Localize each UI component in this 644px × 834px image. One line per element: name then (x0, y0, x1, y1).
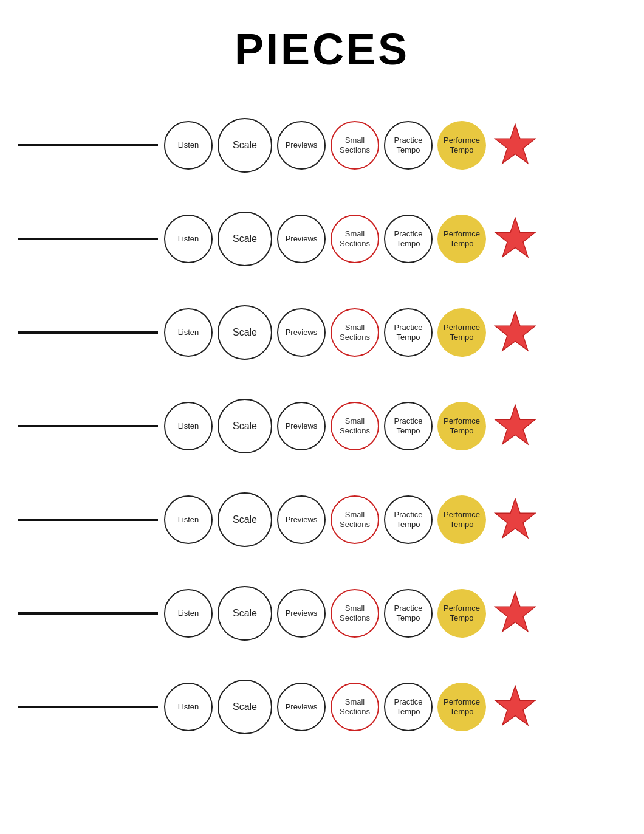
piece-rows-container: Listen Scale Previews SmallSections Prac… (0, 92, 644, 766)
svg-marker-4 (495, 498, 535, 537)
practice-tempo-button[interactable]: PracticeTempo (384, 683, 433, 731)
practice-tempo-button[interactable]: PracticeTempo (384, 308, 433, 357)
starburst-button[interactable] (491, 402, 540, 450)
previews-button[interactable]: Previews (277, 308, 326, 357)
performance-tempo-button[interactable]: PerformceTempo (437, 215, 486, 263)
listen-button[interactable]: Listen (164, 495, 213, 544)
piece-row: Listen Scale Previews SmallSections Prac… (12, 98, 632, 192)
small-sections-button[interactable]: SmallSections (331, 215, 379, 263)
small-sections-button[interactable]: SmallSections (331, 683, 379, 731)
svg-marker-2 (495, 311, 535, 350)
scale-button[interactable]: Scale (218, 492, 272, 547)
buttons-group: Listen Scale Previews SmallSections Prac… (164, 212, 626, 266)
practice-tempo-button[interactable]: PracticeTempo (384, 215, 433, 263)
svg-marker-5 (495, 592, 535, 631)
previews-button[interactable]: Previews (277, 495, 326, 544)
page-title: PIECES (0, 0, 644, 92)
performance-tempo-button[interactable]: PerformceTempo (437, 589, 486, 638)
scale-button[interactable]: Scale (218, 399, 272, 453)
scale-button[interactable]: Scale (218, 305, 272, 360)
scale-button[interactable]: Scale (218, 680, 272, 734)
svg-marker-6 (495, 686, 535, 725)
practice-tempo-button[interactable]: PracticeTempo (384, 402, 433, 450)
piece-line (18, 331, 158, 334)
buttons-group: Listen Scale Previews SmallSections Prac… (164, 118, 626, 173)
svg-marker-1 (495, 218, 535, 257)
small-sections-button[interactable]: SmallSections (331, 402, 379, 450)
scale-button[interactable]: Scale (218, 118, 272, 173)
listen-button[interactable]: Listen (164, 308, 213, 357)
scale-button[interactable]: Scale (218, 586, 272, 641)
buttons-group: Listen Scale Previews SmallSections Prac… (164, 305, 626, 360)
listen-button[interactable]: Listen (164, 589, 213, 638)
listen-button[interactable]: Listen (164, 121, 213, 170)
practice-tempo-button[interactable]: PracticeTempo (384, 589, 433, 638)
small-sections-button[interactable]: SmallSections (331, 121, 379, 170)
listen-button[interactable]: Listen (164, 402, 213, 450)
previews-button[interactable]: Previews (277, 683, 326, 731)
starburst-button[interactable] (491, 308, 540, 357)
piece-line (18, 612, 158, 615)
buttons-group: Listen Scale Previews SmallSections Prac… (164, 586, 626, 641)
piece-line (18, 144, 158, 146)
performance-tempo-button[interactable]: PerformceTempo (437, 121, 486, 170)
performance-tempo-button[interactable]: PerformceTempo (437, 683, 486, 731)
practice-tempo-button[interactable]: PracticeTempo (384, 495, 433, 544)
previews-button[interactable]: Previews (277, 215, 326, 263)
practice-tempo-button[interactable]: PracticeTempo (384, 121, 433, 170)
piece-line (18, 519, 158, 521)
buttons-group: Listen Scale Previews SmallSections Prac… (164, 680, 626, 734)
starburst-button[interactable] (491, 683, 540, 731)
starburst-button[interactable] (491, 495, 540, 544)
piece-row: Listen Scale Previews SmallSections Prac… (12, 567, 632, 660)
previews-button[interactable]: Previews (277, 121, 326, 170)
previews-button[interactable]: Previews (277, 589, 326, 638)
small-sections-button[interactable]: SmallSections (331, 308, 379, 357)
svg-marker-3 (495, 405, 535, 444)
piece-row: Listen Scale Previews SmallSections Prac… (12, 473, 632, 567)
small-sections-button[interactable]: SmallSections (331, 589, 379, 638)
previews-button[interactable]: Previews (277, 402, 326, 450)
performance-tempo-button[interactable]: PerformceTempo (437, 495, 486, 544)
buttons-group: Listen Scale Previews SmallSections Prac… (164, 399, 626, 453)
piece-row: Listen Scale Previews SmallSections Prac… (12, 192, 632, 286)
piece-row: Listen Scale Previews SmallSections Prac… (12, 660, 632, 754)
performance-tempo-button[interactable]: PerformceTempo (437, 402, 486, 450)
piece-row: Listen Scale Previews SmallSections Prac… (12, 379, 632, 473)
listen-button[interactable]: Listen (164, 215, 213, 263)
starburst-button[interactable] (491, 215, 540, 263)
small-sections-button[interactable]: SmallSections (331, 495, 379, 544)
starburst-button[interactable] (491, 589, 540, 638)
performance-tempo-button[interactable]: PerformceTempo (437, 308, 486, 357)
listen-button[interactable]: Listen (164, 683, 213, 731)
piece-line (18, 706, 158, 708)
piece-line (18, 238, 158, 240)
starburst-button[interactable] (491, 121, 540, 170)
piece-row: Listen Scale Previews SmallSections Prac… (12, 286, 632, 379)
scale-button[interactable]: Scale (218, 212, 272, 266)
svg-marker-0 (495, 124, 535, 163)
piece-line (18, 425, 158, 427)
buttons-group: Listen Scale Previews SmallSections Prac… (164, 492, 626, 547)
